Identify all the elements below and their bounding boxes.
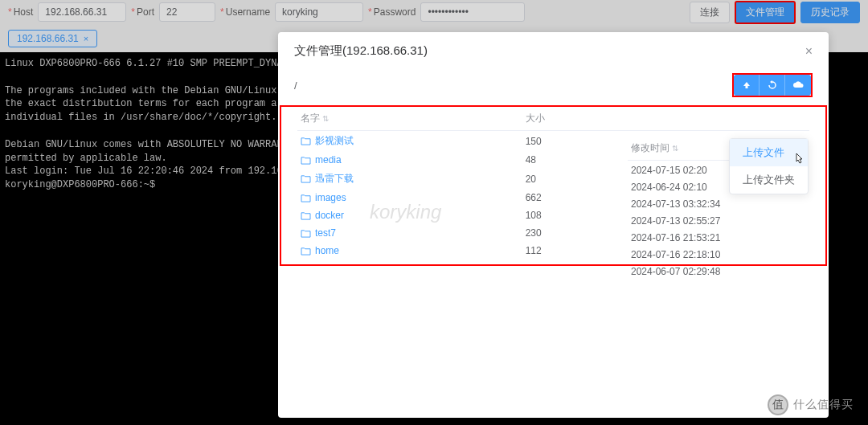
file-time: 2024-07-13 03:32:34 xyxy=(628,194,805,211)
cursor-pointer-icon xyxy=(793,153,805,168)
toolbar-button-group xyxy=(732,73,813,97)
file-toolbar: / xyxy=(278,70,829,105)
sort-icon: ⇅ xyxy=(322,114,329,123)
current-path: / xyxy=(294,80,297,92)
folder-name[interactable]: images xyxy=(301,192,519,203)
folder-name[interactable]: 迅雷下载 xyxy=(301,172,519,186)
refresh-button[interactable] xyxy=(760,75,785,96)
logo-text: 什么值得买 xyxy=(793,398,854,412)
folder-name[interactable]: docker xyxy=(301,210,519,221)
folder-icon xyxy=(301,156,311,165)
folder-icon xyxy=(301,137,311,145)
modal-header: 文件管理(192.168.66.31) × xyxy=(278,32,829,70)
refresh-icon xyxy=(768,80,777,90)
file-time: 2024-07-16 21:53:21 xyxy=(628,228,805,245)
logo-icon: 值 xyxy=(768,394,788,415)
file-manager-modal: 文件管理(192.168.66.31) × / 名字⇅ 大小 xyxy=(278,32,829,418)
folder-icon xyxy=(301,194,311,202)
folder-name[interactable]: home xyxy=(301,245,519,256)
folder-name[interactable]: media xyxy=(301,154,519,166)
go-up-button[interactable] xyxy=(734,75,760,96)
site-logo: 值 什么值得买 xyxy=(768,394,854,415)
cloud-upload-icon xyxy=(792,81,804,89)
file-time: 2024-06-07 02:29:48 xyxy=(628,262,805,279)
folder-name[interactable]: 影视测试 xyxy=(301,134,519,148)
column-size-header[interactable]: 大小 xyxy=(522,107,809,131)
sort-icon: ⇅ xyxy=(672,144,678,153)
arrow-up-icon xyxy=(742,80,751,90)
modal-title: 文件管理(192.168.66.31) xyxy=(294,43,428,59)
folder-icon xyxy=(301,229,311,238)
modal-close-icon[interactable]: × xyxy=(805,44,813,59)
file-time: 2024-07-13 02:55:27 xyxy=(628,211,805,228)
folder-icon xyxy=(301,211,311,220)
upload-button[interactable] xyxy=(785,75,811,96)
folder-name[interactable]: test7 xyxy=(301,227,519,239)
folder-icon xyxy=(301,174,311,183)
column-name-header[interactable]: 名字⇅ xyxy=(297,107,522,131)
folder-icon xyxy=(301,247,311,255)
upload-folder-option[interactable]: 上传文件夹 xyxy=(730,166,808,194)
file-time: 2024-07-16 22:18:10 xyxy=(628,245,805,262)
